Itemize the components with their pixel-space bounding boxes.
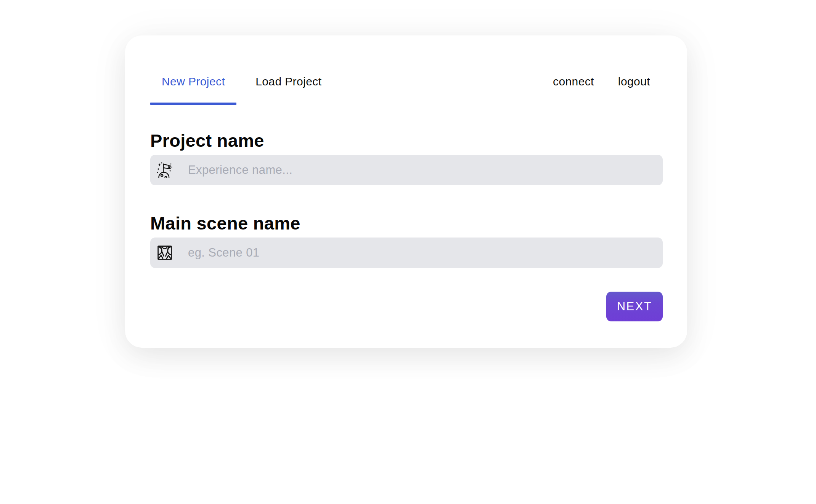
project-name-input[interactable] (188, 155, 654, 185)
active-tab-underline (150, 103, 236, 105)
page-background: New Project Load Project connect logout … (0, 0, 816, 504)
project-name-field[interactable] (150, 155, 663, 185)
main-scene-name-heading: Main scene name (150, 213, 663, 234)
main-scene-name-field[interactable] (150, 238, 663, 268)
tab-new-project[interactable]: New Project (150, 75, 236, 105)
logout-link[interactable]: logout (618, 75, 650, 88)
stage-curtains-icon (156, 244, 173, 261)
tab-bar: New Project Load Project (150, 75, 333, 105)
moon-flag-icon (156, 162, 173, 178)
main-scene-name-input[interactable] (188, 238, 654, 268)
next-button-label: NEXT (617, 300, 652, 313)
tab-load-project-label: Load Project (255, 75, 321, 88)
tab-load-project[interactable]: Load Project (244, 75, 333, 105)
tab-new-project-label: New Project (162, 75, 225, 88)
next-button[interactable]: NEXT (606, 292, 663, 321)
project-name-heading: Project name (150, 130, 663, 151)
card-header: New Project Load Project connect logout (150, 35, 663, 105)
connect-link[interactable]: connect (553, 75, 594, 88)
footer-actions: NEXT (150, 292, 663, 321)
project-setup-card: New Project Load Project connect logout … (125, 35, 687, 348)
account-links: connect logout (553, 75, 650, 88)
